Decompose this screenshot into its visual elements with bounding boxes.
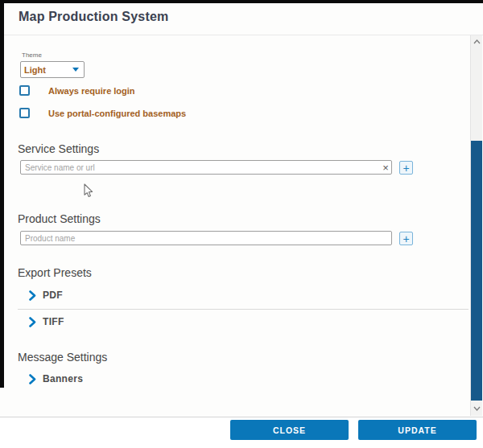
scrollbar-up-arrow[interactable]: [472, 37, 481, 47]
add-product-button[interactable]: +: [399, 232, 413, 245]
product-name-input[interactable]: [20, 231, 392, 245]
checkbox-label: Use portal-configured basemaps: [48, 109, 186, 118]
chevron-down-icon: [72, 68, 79, 72]
add-service-button[interactable]: +: [399, 161, 413, 175]
header-divider: [4, 35, 483, 35]
plus-icon: +: [402, 233, 409, 245]
chevron-right-icon: [29, 290, 36, 301]
theme-select[interactable]: Light: [20, 61, 85, 78]
product-settings-heading: Product Settings: [18, 212, 101, 225]
scrollbar-thumb[interactable]: [471, 141, 482, 401]
settings-dialog: Map Production System Theme Light Always…: [0, 0, 483, 448]
service-name-input[interactable]: [20, 160, 392, 175]
preset-label: TIFF: [43, 316, 64, 327]
portal-basemaps-checkbox[interactable]: [19, 108, 30, 118]
chevron-right-icon: [29, 317, 36, 327]
preset-label: Banners: [43, 373, 83, 384]
theme-selected-value: Light: [24, 65, 46, 75]
preset-row-tiff[interactable]: TIFF: [29, 316, 64, 327]
export-presets-heading: Export Presets: [18, 266, 92, 279]
chevron-right-icon: [29, 374, 36, 384]
portal-basemaps-row: Use portal-configured basemaps: [19, 108, 186, 118]
preset-divider: [18, 309, 469, 310]
window-top-border: [0, 0, 483, 3]
message-settings-heading: Message Settings: [18, 351, 107, 364]
preset-row-banners[interactable]: Banners: [29, 373, 83, 384]
service-settings-heading: Service Settings: [18, 142, 99, 155]
update-button[interactable]: UPDATE: [358, 420, 477, 440]
scrollbar-down-arrow[interactable]: [472, 404, 481, 413]
window-left-border: [0, 0, 4, 388]
clear-icon[interactable]: ×: [379, 160, 392, 175]
footer: CLOSE UPDATE: [0, 417, 483, 448]
close-button[interactable]: CLOSE: [230, 420, 349, 440]
mouse-cursor-icon: [83, 183, 93, 199]
dialog-title: Map Production System: [19, 10, 168, 24]
always-require-login-checkbox[interactable]: [19, 85, 30, 96]
preset-label: PDF: [43, 290, 63, 301]
always-require-login-row: Always require login: [19, 85, 135, 96]
theme-label: Theme: [22, 51, 42, 59]
preset-row-pdf[interactable]: PDF: [29, 290, 63, 301]
plus-icon: +: [402, 162, 409, 174]
checkbox-label: Always require login: [48, 86, 135, 96]
